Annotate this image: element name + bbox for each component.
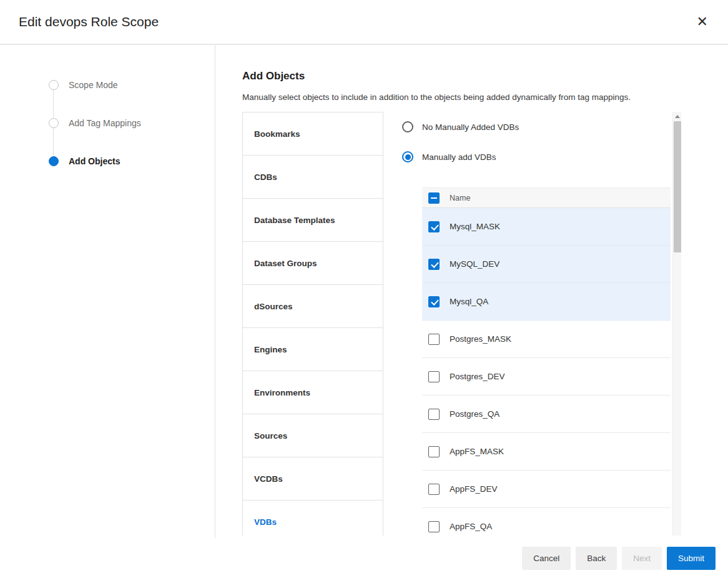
dialog-body: Scope Mode Add Tag Mappings Add Objects …: [0, 45, 728, 538]
category-item-vcdbs[interactable]: VCDBs: [242, 457, 383, 501]
vertical-scrollbar[interactable]: [672, 112, 681, 536]
scrollbar-thumb[interactable]: [674, 121, 681, 252]
radio-unselected-icon: [402, 121, 413, 132]
row-name: AppFS_QA: [450, 522, 492, 531]
row-checkbox[interactable]: [428, 446, 440, 457]
dialog-header: Edit devops Role Scope ✕: [0, 0, 728, 45]
back-button[interactable]: Back: [576, 547, 617, 570]
table-row[interactable]: Mysql_MASK: [422, 208, 671, 246]
scroll-up-icon[interactable]: [673, 112, 681, 121]
page-description: Manually select objects to include in ad…: [242, 92, 728, 102]
row-checkbox[interactable]: [428, 334, 440, 345]
vdb-table: Name Mysql_MASK MySQL_DEV Mysql_QA: [422, 187, 671, 536]
row-checkbox[interactable]: [428, 296, 440, 307]
page-title: Add Objects: [242, 70, 728, 82]
edit-role-scope-dialog: Edit devops Role Scope ✕ Scope Mode Add …: [0, 0, 728, 578]
table-row[interactable]: AppFS_QA: [422, 508, 671, 536]
stepper-step-scope-mode[interactable]: Scope Mode: [49, 80, 215, 90]
step-circle-icon: [49, 80, 59, 90]
radio-selected-icon: [402, 151, 413, 162]
submit-button[interactable]: Submit: [667, 547, 716, 570]
cancel-button[interactable]: Cancel: [522, 547, 571, 570]
category-item-sources[interactable]: Sources: [242, 414, 383, 457]
category-item-bookmarks[interactable]: Bookmarks: [242, 112, 383, 156]
category-item-engines[interactable]: Engines: [242, 327, 383, 371]
table-row[interactable]: AppFS_DEV: [422, 471, 671, 508]
table-row[interactable]: Postgres_DEV: [422, 358, 671, 396]
table-row[interactable]: Postgres_MASK: [422, 321, 671, 358]
row-name: Postgres_QA: [450, 409, 499, 419]
step-label: Add Objects: [69, 156, 120, 166]
row-checkbox[interactable]: [428, 259, 440, 270]
category-item-vdbs[interactable]: VDBs: [242, 500, 383, 536]
row-checkbox[interactable]: [428, 484, 440, 495]
object-category-list: Bookmarks CDBs Database Templates Datase…: [242, 112, 383, 536]
row-checkbox[interactable]: [428, 521, 440, 532]
row-name: AppFS_DEV: [450, 484, 498, 494]
step-label: Scope Mode: [69, 80, 118, 90]
vdb-selection-panel: No Manually Added VDBs Manually add VDBs…: [402, 112, 671, 536]
stepper-step-add-objects[interactable]: Add Objects: [49, 156, 215, 166]
row-checkbox[interactable]: [428, 371, 440, 382]
dialog-title: Edit devops Role Scope: [19, 14, 159, 29]
dialog-footer: Cancel Back Next Submit: [0, 538, 728, 578]
table-row[interactable]: AppFS_MASK: [422, 433, 671, 471]
radio-label: No Manually Added VDBs: [422, 122, 519, 132]
row-name: Postgres_MASK: [450, 334, 511, 344]
category-item-dsources[interactable]: dSources: [242, 284, 383, 328]
row-checkbox[interactable]: [428, 221, 440, 232]
radio-no-manually-added-vdbs[interactable]: No Manually Added VDBs: [402, 121, 671, 132]
table-header: Name: [422, 187, 671, 208]
row-checkbox[interactable]: [428, 409, 440, 420]
table-row[interactable]: Mysql_QA: [422, 283, 671, 321]
objects-content-area: Bookmarks CDBs Database Templates Datase…: [242, 112, 681, 536]
next-button[interactable]: Next: [622, 547, 662, 570]
select-all-checkbox[interactable]: [428, 192, 440, 204]
step-circle-icon: [49, 118, 59, 128]
step-label: Add Tag Mappings: [69, 118, 141, 128]
close-icon[interactable]: ✕: [694, 12, 711, 31]
category-item-environments[interactable]: Environments: [242, 371, 383, 414]
row-name: AppFS_MASK: [450, 447, 504, 456]
column-header-name: Name: [450, 194, 470, 202]
category-item-cdbs[interactable]: CDBs: [242, 155, 383, 199]
radio-manually-add-vdbs[interactable]: Manually add VDBs: [402, 151, 671, 162]
table-row[interactable]: MySQL_DEV: [422, 246, 671, 283]
row-name: Mysql_MASK: [450, 222, 500, 231]
row-name: MySQL_DEV: [450, 259, 499, 269]
table-row[interactable]: Postgres_QA: [422, 396, 671, 433]
add-objects-panel: Add Objects Manually select objects to i…: [215, 45, 728, 538]
row-name: Postgres_DEV: [450, 372, 505, 381]
category-item-database-templates[interactable]: Database Templates: [242, 198, 383, 242]
wizard-stepper: Scope Mode Add Tag Mappings Add Objects: [0, 45, 215, 538]
row-name: Mysql_QA: [450, 297, 488, 306]
category-item-dataset-groups[interactable]: Dataset Groups: [242, 241, 383, 285]
stepper-step-add-tag-mappings[interactable]: Add Tag Mappings: [49, 118, 215, 128]
step-circle-active-icon: [49, 156, 59, 166]
radio-label: Manually add VDBs: [422, 152, 496, 162]
